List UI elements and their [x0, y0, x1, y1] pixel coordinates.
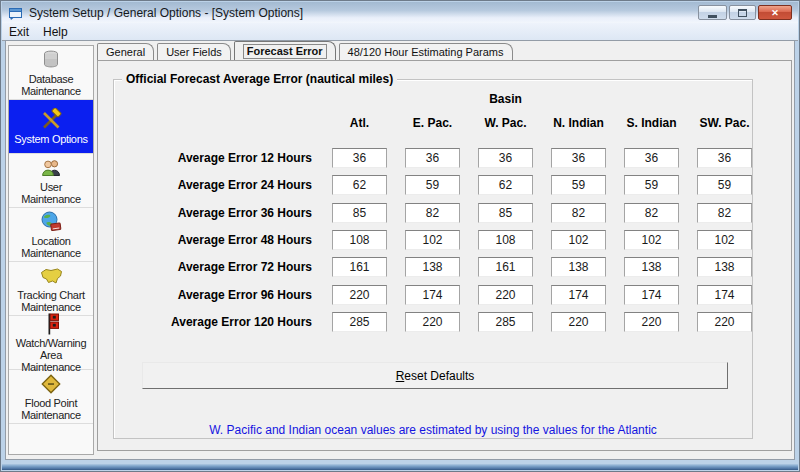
forecast-error-input-average-error-12-hours-n-indian[interactable]: [551, 148, 606, 168]
forecast-error-input-average-error-36-hours-s-indian[interactable]: [624, 203, 679, 223]
tab-strip: GeneralUser FieldsForecast Error48/120 H…: [97, 41, 792, 60]
sidebar-item-system-options[interactable]: System Options: [9, 100, 93, 154]
forecast-error-input-average-error-120-hours-sw-pac[interactable]: [697, 312, 752, 332]
client-area: Database MaintenanceSystem OptionsUser M…: [6, 41, 794, 459]
forecast-error-input-average-error-36-hours-e-pac[interactable]: [405, 203, 460, 223]
forecast-error-input-average-error-36-hours-sw-pac[interactable]: [697, 203, 752, 223]
map-icon: [38, 264, 64, 288]
forecast-error-input-average-error-72-hours-e-pac[interactable]: [405, 257, 460, 277]
row-label-average-error-120-hours: Average Error 120 Hours: [130, 315, 312, 329]
forecast-error-input-average-error-12-hours-s-indian[interactable]: [624, 148, 679, 168]
database-icon: [38, 48, 64, 72]
forecast-error-input-average-error-24-hours-w-pac[interactable]: [478, 175, 533, 195]
warning-flags-icon: [38, 312, 64, 336]
tab-general[interactable]: General: [97, 43, 154, 60]
forecast-error-input-average-error-120-hours-n-indian[interactable]: [551, 312, 606, 332]
tab-forecast-error[interactable]: Forecast Error: [234, 41, 336, 60]
sidebar-item-label: Location Maintenance: [9, 235, 93, 259]
forecast-error-input-average-error-48-hours-s-indian[interactable]: [624, 230, 679, 250]
forecast-error-input-average-error-72-hours-atl[interactable]: [332, 257, 387, 277]
forecast-error-input-average-error-96-hours-n-indian[interactable]: [551, 285, 606, 305]
forecast-error-input-average-error-120-hours-e-pac[interactable]: [405, 312, 460, 332]
window-controls: ✕: [698, 5, 792, 20]
forecast-error-input-average-error-24-hours-s-indian[interactable]: [624, 175, 679, 195]
column-header-atl: Atl.: [324, 116, 395, 130]
column-header-sw-pac: SW. Pac.: [689, 116, 760, 130]
maximize-button[interactable]: [729, 5, 756, 20]
maximize-icon: [738, 9, 747, 17]
forecast-error-input-average-error-96-hours-w-pac[interactable]: [478, 285, 533, 305]
forecast-error-input-average-error-120-hours-s-indian[interactable]: [624, 312, 679, 332]
basin-label: Basin: [470, 92, 541, 106]
column-header-e-pac: E. Pac.: [397, 116, 468, 130]
forecast-error-input-average-error-72-hours-sw-pac[interactable]: [697, 257, 752, 277]
forecast-error-input-average-error-72-hours-n-indian[interactable]: [551, 257, 606, 277]
forecast-error-input-average-error-96-hours-atl[interactable]: [332, 285, 387, 305]
menu-item-exit[interactable]: Exit: [2, 24, 36, 40]
sidebar-item-label: Watch/Warning Area Maintenance: [9, 337, 93, 373]
forecast-error-input-average-error-48-hours-n-indian[interactable]: [551, 230, 606, 250]
forecast-error-input-average-error-48-hours-w-pac[interactable]: [478, 230, 533, 250]
users-icon: [38, 156, 64, 180]
tab-user-fields[interactable]: User Fields: [157, 43, 231, 60]
sidebar-item-watch-warning-area-maintenance[interactable]: Watch/Warning Area Maintenance: [9, 316, 93, 370]
forecast-error-input-average-error-24-hours-n-indian[interactable]: [551, 175, 606, 195]
forecast-error-input-average-error-120-hours-atl[interactable]: [332, 312, 387, 332]
forecast-error-input-average-error-12-hours-e-pac[interactable]: [405, 148, 460, 168]
minimize-icon: [708, 15, 717, 18]
column-header-s-indian: S. Indian: [616, 116, 687, 130]
forecast-error-input-average-error-96-hours-s-indian[interactable]: [624, 285, 679, 305]
forecast-error-input-average-error-96-hours-sw-pac[interactable]: [697, 285, 752, 305]
close-button[interactable]: ✕: [758, 5, 792, 20]
estimation-note: W. Pacific and Indian ocean values are e…: [114, 423, 752, 437]
forecast-error-input-average-error-120-hours-w-pac[interactable]: [478, 312, 533, 332]
sidebar: Database MaintenanceSystem OptionsUser M…: [8, 45, 94, 455]
tools-icon: [38, 108, 64, 132]
tab-label: General: [106, 46, 145, 58]
window-bottom-frame: [2, 460, 798, 470]
forecast-error-input-average-error-24-hours-atl[interactable]: [332, 175, 387, 195]
forecast-error-input-average-error-12-hours-w-pac[interactable]: [478, 148, 533, 168]
sidebar-item-label: System Options: [14, 133, 87, 145]
tab-48-120-hour-estimating-params[interactable]: 48/120 Hour Estimating Params: [339, 43, 513, 60]
forecast-error-input-average-error-24-hours-sw-pac[interactable]: [697, 175, 752, 195]
forecast-error-input-average-error-36-hours-w-pac[interactable]: [478, 203, 533, 223]
sidebar-item-user-maintenance[interactable]: User Maintenance: [9, 154, 93, 208]
app-window: System Setup / General Options - [System…: [0, 0, 800, 472]
title-bar[interactable]: System Setup / General Options - [System…: [2, 2, 798, 23]
forecast-error-input-average-error-12-hours-atl[interactable]: [332, 148, 387, 168]
sidebar-item-label: Tracking Chart Maintenance: [9, 289, 93, 313]
row-label-average-error-12-hours: Average Error 12 Hours: [130, 151, 312, 165]
sidebar-item-tracking-chart-maintenance[interactable]: Tracking Chart Maintenance: [9, 262, 93, 316]
menu-bar: Exit Help: [2, 23, 798, 41]
forecast-error-input-average-error-24-hours-e-pac[interactable]: [405, 175, 460, 195]
minimize-button[interactable]: [698, 5, 727, 20]
sidebar-item-flood-point-maintenance[interactable]: Flood Point Maintenance: [9, 370, 93, 424]
globe-book-icon: [38, 210, 64, 234]
forecast-error-input-average-error-96-hours-e-pac[interactable]: [405, 285, 460, 305]
tab-label: User Fields: [166, 46, 222, 58]
forecast-error-input-average-error-36-hours-atl[interactable]: [332, 203, 387, 223]
row-label-average-error-72-hours: Average Error 72 Hours: [130, 260, 312, 274]
column-header-w-pac: W. Pac.: [470, 116, 541, 130]
forecast-error-input-average-error-72-hours-w-pac[interactable]: [478, 257, 533, 277]
menu-item-help[interactable]: Help: [36, 24, 75, 40]
forecast-error-input-average-error-12-hours-sw-pac[interactable]: [697, 148, 752, 168]
window-title: System Setup / General Options - [System…: [29, 6, 303, 20]
row-label-average-error-24-hours: Average Error 24 Hours: [130, 178, 312, 192]
sidebar-item-location-maintenance[interactable]: Location Maintenance: [9, 208, 93, 262]
reset-defaults-button[interactable]: Reset Defaults: [142, 362, 728, 389]
tab-label: Forecast Error: [243, 44, 327, 59]
row-label-average-error-96-hours: Average Error 96 Hours: [130, 288, 312, 302]
sidebar-item-label: Flood Point Maintenance: [9, 397, 93, 421]
diamond-sign-icon: [38, 372, 64, 396]
forecast-error-input-average-error-48-hours-atl[interactable]: [332, 230, 387, 250]
column-header-n-indian: N. Indian: [543, 116, 614, 130]
forecast-error-input-average-error-48-hours-e-pac[interactable]: [405, 230, 460, 250]
forecast-error-input-average-error-72-hours-s-indian[interactable]: [624, 257, 679, 277]
sidebar-item-database-maintenance[interactable]: Database Maintenance: [9, 46, 93, 100]
forecast-error-input-average-error-36-hours-n-indian[interactable]: [551, 203, 606, 223]
row-label-average-error-48-hours: Average Error 48 Hours: [130, 233, 312, 247]
tab-label: 48/120 Hour Estimating Params: [348, 46, 504, 58]
forecast-error-input-average-error-48-hours-sw-pac[interactable]: [697, 230, 752, 250]
